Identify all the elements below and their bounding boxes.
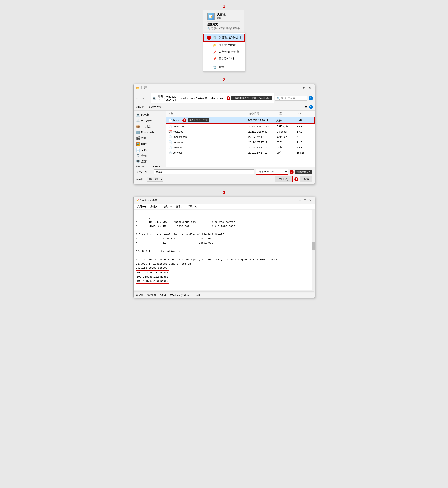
sidebar-wps-label: WPS云盘 — [141, 119, 152, 123]
date-protocol: 2019/12/7 17:12 — [248, 146, 277, 149]
notepad-close-button[interactable]: ✕ — [308, 198, 312, 202]
dialog-sidebar: 💻 此电脑 ☁️ WPS云盘 📦 3D 对象 ⬇️ Downloads 🎬 — [134, 111, 166, 167]
date-networks: 2019/12/7 17:12 — [248, 141, 277, 144]
filename-lmhosts: lmhosts.sam — [173, 136, 188, 138]
notepad-window-controls: ─ □ ✕ — [298, 198, 312, 202]
section3: 📝 *hosts - 记事本 ─ □ ✕ 文件(F) 编辑(E) 格式(O) 查… — [4, 197, 444, 298]
search-hint: 记事本 - 查看网络搜索结果 — [211, 27, 240, 30]
minimize-button[interactable]: ─ — [296, 86, 301, 90]
sidebar-item-pictures[interactable]: 🖼️ 图片 — [134, 141, 166, 147]
sidebar-item-winssд[interactable]: 💾 Windows-SSD ( — [134, 164, 166, 167]
video-icon: 🎬 — [136, 136, 140, 140]
scrollbar-thumb[interactable] — [312, 242, 315, 250]
filename-services: services — [173, 151, 183, 154]
context-menu-open-location[interactable]: 📁 打开文件位置 — [203, 42, 245, 48]
help-button[interactable]: ? — [309, 96, 313, 100]
context-menu-pin-start[interactable]: 📌 固定到'开始'屏幕 — [203, 48, 245, 56]
sidebar-video-label: 视频 — [141, 136, 146, 140]
open-dialog: 📂 打开 ─ □ ✕ ← → ↑ 💻 此电脑 › Windows-SSD (C:… — [133, 84, 315, 184]
close-button[interactable]: ✕ — [307, 86, 312, 90]
file-row-services[interactable]: 📄 services 2019/12/7 17:12 文件 18 KB — [166, 150, 315, 155]
back-button[interactable]: ← — [135, 96, 140, 100]
forward-button[interactable]: → — [141, 96, 145, 100]
pictures-icon: 🖼️ — [136, 142, 140, 146]
sidebar-downloads-label: Downloads — [141, 131, 154, 134]
size-services: 18 KB — [297, 151, 313, 154]
file-row-hosts[interactable]: 📄 hosts 3 选择此文件，打开 2022/12/22 18:19 文件 1… — [166, 117, 315, 124]
sidebar-desktop-label: 桌面 — [141, 160, 146, 163]
organize-button[interactable]: 组织▼ — [135, 105, 145, 110]
type-hostsics: Calendar — [277, 130, 297, 133]
file-icon-lmhosts: 📄 — [168, 135, 172, 138]
new-folder-button[interactable]: 新建文件夹 — [147, 105, 163, 110]
notepad-app-icon: 📝 — [207, 13, 215, 20]
filetype-select[interactable]: 所有文件 (*.*) — [256, 169, 288, 175]
search-dialog-input[interactable] — [281, 97, 301, 100]
app-card: 📝 记事本 应用 搜索网页 🔍 记事本 - 查看网络搜索结果 — [203, 10, 244, 33]
filename-hostsbak: hosts.bak — [173, 125, 184, 128]
menu-edit[interactable]: 编辑(E) — [148, 204, 160, 209]
sidebar-item-wps[interactable]: ☁️ WPS云盘 — [134, 118, 166, 124]
notepad-maximize-button[interactable]: □ — [303, 198, 307, 202]
filename-hosts: hosts — [173, 119, 180, 122]
step1-addr-badge: 1 — [226, 96, 230, 100]
file-row-networks[interactable]: 📄 networks 2019/12/7 17:12 文件 1 KB — [166, 139, 315, 145]
sidebar-item-music[interactable]: 🎵 音乐 — [134, 153, 166, 159]
file-list-header: 名称 修改日期 类型 大小 — [166, 111, 315, 117]
date-hostsics: 2021/11/28 9:40 — [248, 130, 277, 133]
addr-part-drive: Windows-SSD (C:) — [166, 95, 180, 101]
view-details-button[interactable]: ⊞ — [304, 105, 308, 109]
sidebar-item-pc[interactable]: 💻 此电脑 — [134, 112, 166, 118]
notepad-content-area[interactable]: # # 102.54.94.97 rhino.acme.com # source… — [134, 210, 315, 290]
file-row-protocol[interactable]: 📄 protocol 2019/12/7 17:12 文件 2 KB — [166, 145, 315, 150]
encoding-label: 编码(E): — [136, 177, 145, 181]
pin2-icon: 📌 — [213, 57, 217, 61]
filename-input[interactable] — [154, 169, 254, 174]
wps-icon: ☁️ — [136, 119, 140, 123]
notepad-minimize-button[interactable]: ─ — [298, 198, 302, 202]
downloads-icon: ⬇️ — [136, 130, 140, 134]
sidebar-item-video[interactable]: 🎬 视频 — [134, 135, 166, 141]
menu-view[interactable]: 查看(V) — [174, 204, 186, 209]
file-row-hosts-bak[interactable]: 📄 hosts.bak 2022/12/16 10:12 BAK 文件 1 KB — [166, 124, 315, 129]
sidebar-item-docs[interactable]: 📄 文档 — [134, 147, 166, 153]
notepad-titlebar: 📝 *hosts - 记事本 ─ □ ✕ — [134, 197, 315, 204]
docs-icon: 📄 — [136, 148, 140, 152]
view-help-button[interactable]: ? — [309, 105, 313, 109]
open-file-button[interactable]: 打开(O) — [275, 176, 293, 182]
menu-format[interactable]: 格式(O) — [160, 204, 174, 209]
context-menu: 1 🛡️ 以管理员身份运行 📁 打开文件位置 📌 固定到'开始'屏幕 📌 固定到… — [203, 33, 245, 72]
context-menu-pin-taskbar[interactable]: 📌 固定到任务栏 — [203, 56, 245, 62]
addr-part-system32: System32 — [196, 97, 207, 100]
up-button[interactable]: ↑ — [146, 96, 150, 100]
statusbar-position: 第 29 行，第 21 列 — [136, 294, 156, 297]
section1: 📝 记事本 应用 搜索网页 🔍 记事本 - 查看网络搜索结果 1 🛡️ 以管理员… — [4, 10, 444, 72]
sidebar-item-desktop[interactable]: 🖥️ 桌面 — [134, 159, 166, 164]
maximize-button[interactable]: □ — [302, 86, 306, 90]
run-admin-label: 以管理员身份运行 — [219, 36, 241, 40]
file-icon-networks: 📄 — [168, 141, 172, 144]
menu-file[interactable]: 文件(F) — [135, 204, 148, 209]
dialog-file-list: 名称 修改日期 类型 大小 📄 hosts 3 选择此文件，打开 2022/12… — [166, 111, 315, 167]
menu-help[interactable]: 帮助(H) — [186, 204, 199, 209]
size-lmhosts: 4 KB — [297, 136, 313, 138]
context-menu-run-admin[interactable]: 1 🛡️ 以管理员身份运行 — [203, 34, 245, 42]
content-line-hash1: # # 102.54.94.97 rhino.acme.com # source… — [136, 216, 278, 270]
pin-icon: 📌 — [213, 50, 217, 54]
file-row-lmhosts[interactable]: 📄 lmhosts.sam 2019/12/7 17:12 SAM 文件 4 K… — [166, 134, 315, 139]
folder-title-icon: 📂 — [136, 87, 139, 90]
col-size: 大小 — [297, 112, 313, 116]
cancel-button[interactable]: 取消 — [300, 176, 312, 182]
sidebar-item-3d[interactable]: 📦 3D 对象 — [134, 124, 166, 129]
file-row-hosts-ics[interactable]: 📅 hosts.ics 2021/11/28 9:40 Calendar 1 K… — [166, 129, 315, 134]
encoding-select[interactable]: 自动检测 — [146, 177, 163, 182]
step4-badge: 4 — [295, 177, 298, 181]
sidebar-drive-c-label: Windows-SSD ( — [141, 166, 160, 167]
context-menu-uninstall[interactable]: 🗑️ 卸载 — [203, 64, 245, 71]
size-hostsbak: 1 KB — [297, 125, 313, 128]
sidebar-item-downloads[interactable]: ⬇️ Downloads — [134, 129, 166, 135]
notepad-scrollbar[interactable] — [312, 210, 315, 290]
shield-icon: 🛡️ — [213, 36, 217, 40]
music-icon: 🎵 — [136, 154, 140, 158]
view-list-button[interactable]: ☰ — [298, 105, 303, 109]
